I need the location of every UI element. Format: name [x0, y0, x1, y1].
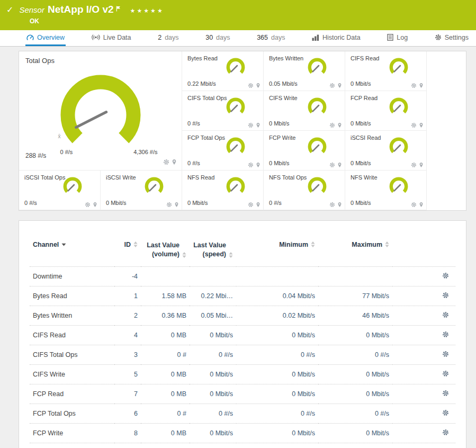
- channel-settings-gear-icon[interactable]: [248, 83, 254, 88]
- channel-settings-gear-icon[interactable]: [85, 202, 91, 208]
- channel-settings-gear-icon[interactable]: [248, 202, 254, 208]
- cell-channel: CIFS Total Ops: [30, 345, 114, 364]
- tab-log[interactable]: Log: [386, 30, 409, 46]
- channel-settings-gear-icon[interactable]: [329, 162, 335, 168]
- pin-icon[interactable]: [337, 202, 342, 208]
- cell-last-value-speed: 0 Mbit/s: [190, 364, 236, 384]
- tab-overview[interactable]: Overview: [25, 30, 66, 46]
- channel-gauge-tile[interactable]: FCP Write 0 Mbit/s: [264, 131, 345, 171]
- channel-settings-gear-icon[interactable]: [248, 162, 254, 168]
- channel-settings-gear-icon[interactable]: [411, 83, 417, 88]
- channel-gauge-tile[interactable]: FCP Total Ops 0 #/s: [182, 131, 264, 171]
- channel-edit-gear-icon[interactable]: [442, 390, 449, 397]
- channel-gauge-tile[interactable]: FCP Read 0 Mbit/s: [345, 91, 427, 131]
- sort-last-value-volume[interactable]: Last Value (volume): [147, 241, 186, 259]
- tab-historic-data[interactable]: Historic Data: [311, 30, 362, 46]
- channel-settings-gear-icon[interactable]: [329, 83, 335, 88]
- cell-last-value-speed: 0 #/s: [190, 404, 236, 423]
- tab-settings[interactable]: Settings: [434, 30, 470, 46]
- channel-settings-gear-icon[interactable]: [329, 202, 335, 208]
- channel-settings-gear-icon[interactable]: [163, 159, 169, 165]
- channel-edit-gear-icon[interactable]: [442, 370, 449, 377]
- log-icon: [387, 34, 393, 41]
- tab-365-days[interactable]: 365 days: [256, 30, 286, 46]
- cell-minimum: 0 Mbit/s: [236, 423, 318, 443]
- cell-channel: Downtime: [30, 266, 114, 286]
- cell-actions: [392, 384, 455, 404]
- column-header: Channel: [33, 241, 59, 248]
- channel-edit-gear-icon[interactable]: [442, 331, 449, 338]
- average-toggle-icon[interactable]: x̄: [58, 133, 61, 139]
- channel-gauge-tile[interactable]: iSCSI Write 0 Mbit/s: [101, 171, 182, 210]
- cell-actions: [392, 404, 455, 423]
- sort-channel[interactable]: Channel: [33, 241, 66, 248]
- channel-gauge-dial: [387, 55, 410, 78]
- channel-gauge-tile[interactable]: Bytes Written 0.05 Mbit/s: [264, 51, 345, 91]
- channel-edit-gear-icon[interactable]: [442, 351, 449, 357]
- channel-settings-gear-icon[interactable]: [329, 122, 335, 128]
- channel-gauge-dial: [224, 55, 247, 78]
- pin-icon[interactable]: [337, 83, 342, 88]
- gauge-actions: [248, 202, 261, 208]
- channel-gauge-tile[interactable]: Bytes Read 0.22 Mbit/s: [182, 51, 264, 91]
- pin-icon[interactable]: [172, 159, 177, 165]
- channel-gauge-tile[interactable]: NFS Read 0 Mbit/s: [182, 171, 264, 210]
- pin-icon[interactable]: [256, 202, 261, 208]
- sort-minimum[interactable]: Minimum: [279, 241, 315, 248]
- pin-icon[interactable]: [419, 122, 424, 128]
- sort-last-value-speed[interactable]: Last Value (speed): [193, 241, 233, 259]
- sort-maximum[interactable]: Maximum: [352, 241, 389, 248]
- gauge-label: Bytes Read: [187, 55, 218, 62]
- channel-gauge-tile[interactable]: iSCSI Total Ops 0 #/s: [19, 171, 101, 210]
- pin-icon[interactable]: [256, 83, 261, 88]
- channel-gauge-tile[interactable]: iSCSI Read 0 Mbit/s: [345, 131, 427, 171]
- channel-settings-gear-icon[interactable]: [411, 122, 417, 128]
- gauge-label: iSCSI Write: [106, 174, 136, 182]
- gauge-actions: [329, 122, 342, 128]
- channel-gauge-tile[interactable]: CIFS Write 0 Mbit/s: [264, 91, 345, 131]
- channel-edit-gear-icon[interactable]: [442, 292, 449, 299]
- pin-icon[interactable]: [419, 83, 424, 88]
- gauge-label: iSCSI Total Ops: [24, 174, 65, 182]
- pin-icon[interactable]: [419, 202, 424, 208]
- pin-icon[interactable]: [337, 122, 342, 128]
- channel-gauge-tile[interactable]: CIFS Read 0 Mbit/s: [345, 51, 427, 91]
- pin-icon[interactable]: [174, 202, 179, 208]
- channel-gauge-tile[interactable]: NFS Total Ops 0 #/s: [264, 171, 345, 210]
- priority-flag-icon[interactable]: [116, 4, 121, 14]
- chevron-down-icon: [61, 243, 66, 246]
- gauge-value: 0 Mbit/s: [351, 200, 371, 206]
- channel-settings-gear-icon[interactable]: [248, 122, 254, 128]
- sort-id[interactable]: ID: [124, 241, 138, 248]
- channel-gauge-dial: [224, 135, 247, 158]
- pin-icon[interactable]: [419, 162, 424, 168]
- channel-gauge-tile[interactable]: CIFS Total Ops 0 #/s: [182, 91, 264, 131]
- priority-stars[interactable]: ★★★★★: [130, 7, 164, 14]
- cell-minimum: 0.02 Mbit/s: [236, 306, 318, 325]
- pin-icon[interactable]: [256, 162, 261, 168]
- cell-minimum: 0 Mbit/s: [236, 325, 318, 345]
- channel-settings-gear-icon[interactable]: [411, 162, 417, 168]
- channel-edit-gear-icon[interactable]: [442, 429, 449, 436]
- cell-last-value-speed: 0 Mbit/s: [190, 384, 236, 404]
- cell-id: -4: [114, 266, 141, 286]
- channel-edit-gear-icon[interactable]: [442, 311, 449, 318]
- pin-icon[interactable]: [93, 202, 97, 208]
- pin-icon[interactable]: [256, 122, 261, 128]
- tab-30-days[interactable]: 30 days: [204, 30, 231, 46]
- gauge-label: CIFS Total Ops: [187, 95, 227, 102]
- channel-edit-gear-icon[interactable]: [442, 409, 449, 416]
- cell-last-value-speed: 0 Mbit/s: [190, 443, 236, 448]
- cell-last-value-speed: 0 #/s: [190, 345, 236, 364]
- total-ops-gauge-tile[interactable]: Total Ops x̄ 0 #/s 4,306 #/s 288 #/s: [19, 51, 182, 171]
- tab-2-days[interactable]: 2 days: [157, 30, 179, 46]
- cell-id: 2: [114, 306, 141, 325]
- channel-settings-gear-icon[interactable]: [411, 202, 417, 208]
- channel-edit-gear-icon[interactable]: [442, 272, 449, 279]
- pin-icon[interactable]: [337, 162, 342, 168]
- tab-label-unit: days: [165, 34, 178, 41]
- gauge-value: 0 #/s: [269, 200, 282, 206]
- tab-live-data[interactable]: Live Data: [91, 30, 132, 46]
- channel-settings-gear-icon[interactable]: [166, 202, 172, 208]
- channel-gauge-tile[interactable]: NFS Write 0 Mbit/s: [345, 171, 427, 210]
